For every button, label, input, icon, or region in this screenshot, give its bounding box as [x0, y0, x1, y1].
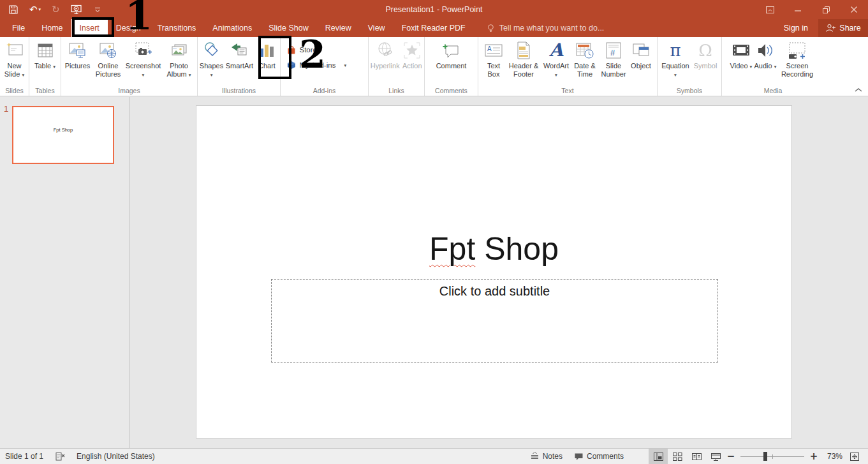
window-controls [756, 0, 868, 19]
slide-title-word-misspelled: Fpt [429, 231, 475, 267]
action-button: Action [401, 39, 423, 70]
tab-transitions[interactable]: Transitions [149, 19, 205, 37]
photo-album-button[interactable]: Photo Album ▾ [163, 39, 196, 79]
ribbon-display-options-icon[interactable] [756, 0, 784, 19]
comment-button[interactable]: Comment [434, 39, 469, 70]
action-icon [402, 40, 422, 61]
group-text: A Text Box Header & Footer A WordArt ▾ D… [478, 37, 658, 96]
slide-show-view-button[interactable] [706, 449, 725, 464]
undo-button[interactable]: ↶▾ [29, 5, 41, 15]
pictures-label: Pictures [65, 62, 91, 70]
minimize-icon[interactable] [784, 0, 812, 19]
thumbnail-slide-number: 1 [4, 104, 8, 114]
close-icon[interactable] [840, 0, 868, 19]
tab-foxit-reader-pdf[interactable]: Foxit Reader PDF [394, 19, 474, 37]
group-comments-label: Comments [425, 87, 478, 94]
zoom-out-button[interactable]: − [725, 451, 737, 462]
group-tables-label: Tables [29, 87, 61, 94]
thumbnail-title-text: Fpt Shop [13, 127, 113, 133]
audio-label: Audio [754, 62, 772, 70]
tab-file[interactable]: File [4, 19, 33, 37]
tab-home[interactable]: Home [33, 19, 71, 37]
svg-text:A: A [487, 45, 492, 52]
audio-caret-icon: ▾ [774, 64, 777, 70]
start-from-beginning-icon[interactable] [71, 4, 83, 15]
video-caret-icon: ▾ [750, 64, 753, 70]
group-symbols: π Equation ▾ Ω Symbol Symbols [658, 37, 722, 96]
smartart-label: SmartArt [226, 62, 253, 70]
audio-icon [755, 40, 776, 61]
group-links-label: Links [369, 87, 424, 94]
object-button[interactable]: Object [628, 39, 654, 70]
subtitle-placeholder[interactable]: Click to add subtitle [271, 279, 718, 363]
video-icon [731, 40, 751, 61]
save-icon[interactable] [8, 4, 18, 15]
undo-caret-icon[interactable]: ▾ [39, 8, 41, 12]
slide-canvas: Fpt Shop Click to add subtitle [196, 105, 792, 438]
screenshot-caret-icon: ▾ [142, 72, 145, 78]
slide-title-textbox[interactable]: Fpt Shop [196, 230, 791, 267]
redo-icon: ↻ [52, 5, 60, 15]
language-indicator[interactable]: English (United States) [77, 452, 155, 461]
group-media-label: Media [722, 87, 824, 94]
online-pictures-button[interactable]: Online Pictures [92, 39, 124, 79]
normal-view-button[interactable] [649, 449, 668, 464]
date-time-label: Date & Time [571, 62, 599, 79]
slide-number-icon: # [603, 40, 624, 61]
slide-number-label: Slide Number [599, 62, 628, 79]
header-footer-button[interactable]: Header & Footer [506, 39, 541, 79]
tab-animations[interactable]: Animations [204, 19, 260, 37]
online-pictures-label: Online Pictures [92, 62, 124, 79]
comments-button[interactable]: Comments [568, 449, 629, 464]
photo-album-caret-icon: ▾ [189, 72, 191, 78]
fit-slide-to-window-icon[interactable] [845, 449, 864, 464]
equation-icon: π [665, 40, 686, 61]
annotation-box-chart-button [258, 36, 291, 79]
hyperlink-button: Hyperlink [369, 39, 401, 70]
date-time-button[interactable]: Date & Time [571, 39, 599, 79]
slide-number-button[interactable]: # Slide Number [599, 39, 628, 79]
notes-icon [530, 453, 540, 461]
date-time-icon [575, 40, 595, 61]
zoom-level[interactable]: 73% [820, 452, 845, 461]
slide-indicator[interactable]: Slide 1 of 1 [5, 452, 43, 461]
lightbulb-icon [487, 24, 495, 33]
zoom-slider[interactable] [740, 449, 804, 464]
equation-button[interactable]: π Equation ▾ [659, 39, 691, 79]
wordart-button[interactable]: A WordArt ▾ [541, 39, 571, 79]
customize-qat-icon[interactable] [94, 6, 101, 13]
new-slide-label: New Slide [4, 62, 22, 78]
wordart-caret-icon: ▾ [555, 72, 557, 78]
restore-icon[interactable] [812, 0, 840, 19]
smartart-button[interactable]: SmartArt [224, 39, 254, 70]
audio-button[interactable]: Audio ▾ [753, 39, 777, 71]
zoom-in-button[interactable]: + [808, 451, 820, 462]
share-label: Share [839, 24, 860, 33]
pictures-button[interactable]: Pictures [63, 39, 92, 70]
notes-button[interactable]: Notes [524, 449, 568, 464]
screen-recording-icon [787, 40, 807, 61]
notes-label: Notes [543, 452, 563, 461]
collapse-ribbon-icon[interactable] [854, 87, 863, 93]
slide-sorter-view-button[interactable] [668, 449, 687, 464]
sign-in-button[interactable]: Sign in [774, 19, 818, 37]
video-button[interactable]: Video ▾ [729, 39, 753, 71]
slide-thumbnail[interactable]: Fpt Shop [12, 106, 114, 164]
table-button[interactable]: Table ▾ [31, 39, 60, 71]
text-box-button[interactable]: A Text Box [482, 39, 506, 79]
group-tables: Table ▾ Tables [29, 37, 61, 96]
comments-icon [574, 453, 584, 461]
tab-view[interactable]: View [360, 19, 394, 37]
tell-me-box[interactable]: Tell me what you want to do... [487, 19, 605, 37]
zoom-slider-handle[interactable] [763, 452, 767, 461]
group-add-ins-label: Add-ins [281, 87, 368, 94]
shapes-button[interactable]: Shapes ▾ [198, 39, 224, 79]
share-button[interactable]: Share [818, 19, 868, 37]
group-images-label: Images [61, 87, 197, 94]
reading-view-button[interactable] [687, 449, 706, 464]
screen-recording-button[interactable]: Screen Recording [777, 39, 817, 79]
screenshot-button[interactable]: Screenshot ▾ [124, 39, 163, 79]
spellcheck-icon[interactable] [55, 452, 65, 461]
new-slide-button[interactable]: New Slide ▾ [1, 39, 28, 79]
annotation-step-2: 2 [299, 34, 326, 74]
